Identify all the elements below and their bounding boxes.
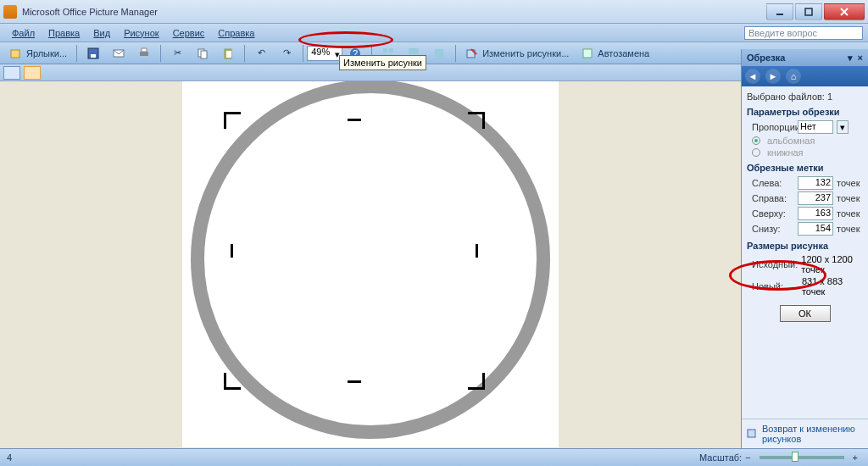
svg-rect-21	[435, 49, 443, 58]
taskpane-title: Обрезка	[747, 53, 785, 63]
canvas[interactable]	[182, 81, 559, 447]
proportions-select[interactable]: Нет	[798, 120, 833, 134]
mark-top-label: Сверху:	[752, 208, 794, 219]
mark-bottom-input[interactable]: 154	[798, 222, 833, 236]
taskpane-close-icon[interactable]: ×	[858, 53, 863, 63]
crop-handle-tr[interactable]	[468, 112, 485, 129]
svg-rect-7	[142, 48, 147, 52]
workspace	[0, 81, 741, 448]
help-question-box[interactable]: Введите вопрос	[744, 26, 863, 40]
statusbar: 4 Масштаб: − +	[0, 448, 868, 466]
autosubstitution-label: Автозамена	[598, 48, 649, 58]
selected-files-label: Выбрано файлов:	[747, 92, 825, 102]
viewbar-thumbs[interactable]	[3, 66, 20, 80]
shortcuts-icon	[9, 47, 23, 60]
menu-file[interactable]: Файл	[5, 25, 42, 41]
undo-button[interactable]: ↶	[248, 44, 274, 63]
autosubstitution-icon	[581, 47, 594, 60]
ok-button[interactable]: ОК	[780, 305, 831, 322]
app-title: Microsoft Office Picture Manager	[22, 7, 158, 17]
svg-rect-24	[748, 430, 755, 437]
minimize-button[interactable]	[766, 3, 793, 20]
section-crop-marks: Обрезные метки	[747, 163, 863, 173]
close-button[interactable]	[824, 3, 865, 20]
copy-button[interactable]	[190, 44, 215, 63]
section-picture-sizes: Размеры рисунка	[747, 241, 863, 251]
viewbar-single[interactable]	[24, 66, 41, 80]
svg-rect-9	[201, 51, 207, 58]
crop-handle-tl[interactable]	[224, 112, 241, 129]
zoom-slider[interactable]	[760, 456, 844, 459]
units: точек	[837, 208, 860, 219]
taskpane-forward-icon[interactable]: ►	[765, 69, 781, 84]
svg-rect-15	[389, 48, 393, 53]
maximize-button[interactable]	[795, 3, 822, 20]
taskpane: Обрезка ▾ × ◄ ► ⌂ Выбрано файлов: 1 Пара…	[741, 49, 868, 448]
zoom-in-icon[interactable]: +	[853, 452, 858, 463]
crop-handle-br[interactable]	[468, 373, 485, 390]
return-icon	[747, 427, 759, 441]
taskpane-body: Выбрано файлов: 1 Параметры обрезки Проп…	[742, 86, 868, 419]
paste-button[interactable]	[215, 44, 241, 63]
taskpane-back-icon[interactable]: ◄	[745, 69, 760, 84]
original-size-value: 1200 x 1200 точек	[801, 254, 863, 275]
menu-tools[interactable]: Сервис	[166, 25, 212, 41]
cut-button[interactable]: ✂	[164, 44, 190, 63]
menu-view[interactable]: Вид	[86, 25, 117, 41]
taskpane-nav: ◄ ► ⌂	[742, 66, 868, 86]
zoom-out-icon[interactable]: −	[745, 452, 750, 463]
cut-icon: ✂	[170, 47, 184, 60]
return-to-edit-link[interactable]: Возврат к изменению рисунков	[762, 424, 863, 444]
save-button[interactable]	[81, 44, 106, 63]
new-size-label: Новый:	[752, 281, 798, 291]
mark-right-input[interactable]: 237	[798, 191, 833, 205]
crop-handle-right[interactable]	[476, 244, 478, 258]
svg-rect-0	[776, 14, 783, 15]
edit-pictures-label: Изменить рисунки...	[482, 48, 569, 58]
svg-rect-11	[226, 51, 231, 58]
svg-rect-4	[91, 54, 96, 58]
new-size-value: 831 x 883 точек	[802, 276, 863, 297]
svg-rect-2	[11, 50, 19, 58]
paste-icon	[221, 47, 235, 60]
shortcuts-button[interactable]: Ярлыки...	[3, 44, 73, 63]
scale-label: Масштаб:	[699, 452, 742, 463]
menu-edit[interactable]: Правка	[42, 25, 86, 41]
orientation-portrait-radio[interactable]	[752, 148, 760, 157]
proportions-label: Пропорции:	[752, 122, 794, 132]
print-icon	[137, 47, 151, 60]
taskpane-header: Обрезка ▾ ×	[742, 49, 868, 66]
print-button[interactable]	[131, 44, 157, 63]
mail-icon	[112, 47, 125, 60]
taskpane-home-icon[interactable]: ⌂	[786, 69, 801, 84]
redo-button[interactable]: ↷	[274, 44, 299, 63]
edit-pictures-button[interactable]: Изменить рисунки...	[459, 44, 575, 63]
crop-handle-bottom[interactable]	[348, 380, 361, 383]
mark-left-input[interactable]: 132	[798, 176, 833, 190]
redo-icon: ↷	[280, 47, 293, 60]
crop-handle-top[interactable]	[348, 119, 361, 121]
mark-bottom-label: Снизу:	[752, 224, 794, 234]
taskpane-menu-arrow-icon[interactable]: ▾	[848, 53, 853, 64]
view-single-button[interactable]	[426, 44, 452, 63]
mail-button[interactable]	[106, 44, 131, 63]
menu-help[interactable]: Справка	[211, 25, 261, 41]
crop-handle-bl[interactable]	[224, 373, 241, 390]
autosubstitution-button[interactable]: Автозамена	[575, 44, 655, 63]
undo-icon: ↶	[254, 47, 268, 60]
zoom-select[interactable]: 49% ▾	[307, 46, 342, 61]
copy-icon	[196, 47, 209, 60]
orientation-portrait-label: книжная	[767, 147, 804, 158]
tooltip: Изменить рисунки	[339, 55, 426, 70]
menu-picture[interactable]: Рисунок	[117, 25, 166, 41]
crop-handle-left[interactable]	[231, 244, 233, 258]
save-icon	[86, 47, 100, 60]
orientation-landscape-radio[interactable]	[752, 136, 760, 145]
app-icon	[3, 5, 17, 19]
edit-pictures-icon	[465, 47, 479, 60]
mark-left-label: Слева:	[752, 178, 794, 188]
zoom-slider-thumb[interactable]	[792, 452, 798, 462]
mark-top-input[interactable]: 163	[798, 207, 833, 220]
crop-frame[interactable]	[224, 112, 485, 390]
dropdown-arrow-icon[interactable]: ▾	[837, 120, 849, 134]
